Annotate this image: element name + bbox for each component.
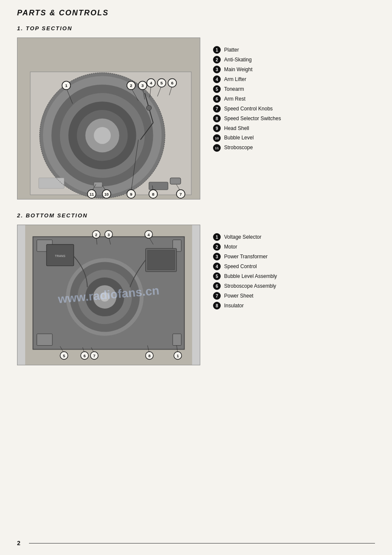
svg-rect-62 [173, 334, 181, 345]
svg-text:5: 5 [63, 354, 65, 358]
label-num-8: 8 [213, 115, 221, 122]
label-item-4: 4 Arm Lifter [213, 75, 375, 83]
top-diagram-svg: 1 2 3 4 5 [17, 38, 200, 199]
bottom-label-num-5: 5 [213, 272, 221, 280]
bottom-diagram-area: www.radiofans.cn [17, 225, 375, 365]
bottom-label-item-5: 5 Bubble Level Assembly [213, 272, 375, 280]
svg-text:2: 2 [95, 233, 97, 237]
label-num-5: 5 [213, 85, 221, 93]
svg-text:5: 5 [161, 81, 163, 85]
top-diagram-area: 1 2 3 4 5 [17, 38, 375, 199]
svg-rect-61 [37, 334, 52, 345]
page: PARTS & CONTROLS 1. TOP SECTION [0, 0, 392, 555]
label-text-8: Speed Selector Switches [224, 116, 281, 121]
top-section: 1. TOP SECTION [17, 25, 375, 199]
svg-rect-66 [147, 250, 175, 270]
svg-text:6: 6 [84, 354, 86, 358]
bottom-label-text-1: Voltage Selector [224, 234, 261, 240]
bottom-label-text-5: Bubble Level Assembly [224, 273, 277, 279]
bottom-section: 2. BOTTOM SECTION www.radiofans.cn [17, 212, 375, 365]
label-item-7: 7 Speed Control Knobs [213, 105, 375, 113]
label-text-10: Bubble Level [224, 135, 254, 141]
svg-text:11: 11 [89, 192, 94, 197]
svg-text:4: 4 [150, 81, 153, 85]
label-num-4: 4 [213, 75, 221, 83]
svg-text:1: 1 [177, 354, 179, 358]
page-footer: 2 [17, 540, 375, 546]
svg-text:3: 3 [141, 83, 144, 88]
label-item-3: 3 Main Weight [213, 66, 375, 73]
bottom-label-text-2: Motor [224, 244, 237, 250]
label-num-11: 11 [213, 144, 221, 152]
top-label-list: 1 Platter 2 Anti-Skating 3 Main Weight 4… [213, 38, 375, 154]
svg-rect-13 [170, 178, 181, 184]
bottom-label-text-3: Power Transformer [224, 254, 268, 260]
main-title: PARTS & CONTROLS [17, 9, 375, 17]
label-text-9: Head Shell [224, 125, 249, 131]
bottom-label-num-3: 3 [213, 253, 221, 260]
label-text-5: Tonearm [224, 86, 244, 92]
label-text-2: Anti-Skating [224, 57, 252, 63]
bottom-label-item-1: 1 Voltage Selector [213, 233, 375, 241]
page-number: 2 [17, 540, 20, 546]
svg-text:3: 3 [107, 233, 110, 237]
bottom-label-num-4: 4 [213, 263, 221, 270]
svg-text:TRANS: TRANS [55, 254, 66, 258]
label-num-9: 9 [213, 124, 221, 132]
svg-text:7: 7 [179, 192, 182, 197]
label-num-2: 2 [213, 56, 221, 64]
label-num-6: 6 [213, 95, 221, 103]
label-text-6: Arm Rest [224, 96, 245, 102]
label-text-11: Stroboscope [224, 145, 253, 150]
svg-text:1: 1 [65, 83, 68, 88]
label-num-1: 1 [213, 46, 221, 54]
label-item-8: 8 Speed Selector Switches [213, 115, 375, 122]
label-item-5: 5 Tonearm [213, 85, 375, 93]
label-item-11: 11 Stroboscope [213, 144, 375, 152]
svg-text:9: 9 [130, 192, 133, 197]
bottom-label-num-7: 7 [213, 292, 221, 300]
bottom-section-title: 2. BOTTOM SECTION [17, 212, 375, 219]
top-section-title: 1. TOP SECTION [17, 25, 375, 32]
label-text-3: Main Weight [224, 66, 252, 72]
bottom-label-item-2: 2 Motor [213, 243, 375, 251]
svg-rect-14 [149, 182, 168, 190]
bottom-label-item-4: 4 Speed Control [213, 263, 375, 270]
bottom-label-item-3: 3 Power Transformer [213, 253, 375, 260]
bottom-diagram-box: www.radiofans.cn [17, 225, 200, 365]
bottom-label-item-6: 6 Stroboscope Assembly [213, 282, 375, 290]
label-text-1: Platter [224, 47, 239, 53]
svg-text:2: 2 [130, 83, 133, 88]
bottom-label-text-7: Power Sheet [224, 293, 254, 299]
bottom-label-num-8: 8 [213, 302, 221, 309]
footer-divider [29, 543, 375, 543]
label-text-4: Arm Lifter [224, 76, 246, 82]
bottom-label-text-8: Insulator [224, 303, 244, 309]
svg-text:6: 6 [171, 81, 173, 85]
bottom-label-num-1: 1 [213, 233, 221, 241]
svg-point-9 [94, 127, 111, 144]
bottom-label-item-7: 7 Power Sheet [213, 292, 375, 300]
bottom-label-item-8: 8 Insulator [213, 302, 375, 309]
svg-text:10: 10 [104, 192, 109, 197]
label-item-6: 6 Arm Rest [213, 95, 375, 103]
bottom-diagram-svg: TRANS 2 3 [17, 225, 200, 365]
bottom-label-num-2: 2 [213, 243, 221, 251]
bottom-label-text-4: Speed Control [224, 263, 257, 269]
svg-point-12 [147, 105, 152, 110]
label-item-10: 10 Bubble Level [213, 134, 375, 142]
label-item-2: 2 Anti-Skating [213, 56, 375, 64]
label-item-9: 9 Head Shell [213, 124, 375, 132]
bottom-label-num-6: 6 [213, 282, 221, 290]
top-diagram-box: 1 2 3 4 5 [17, 38, 200, 199]
bottom-label-list: 1 Voltage Selector 2 Motor 3 Power Trans… [213, 225, 375, 312]
svg-text:8: 8 [148, 354, 150, 358]
svg-text:8: 8 [152, 192, 155, 197]
label-num-10: 10 [213, 134, 221, 142]
svg-rect-16 [94, 182, 102, 187]
label-item-1: 1 Platter [213, 46, 375, 54]
svg-text:7: 7 [93, 354, 95, 358]
label-text-7: Speed Control Knobs [224, 106, 273, 112]
svg-point-58 [100, 292, 110, 302]
label-num-3: 3 [213, 66, 221, 73]
